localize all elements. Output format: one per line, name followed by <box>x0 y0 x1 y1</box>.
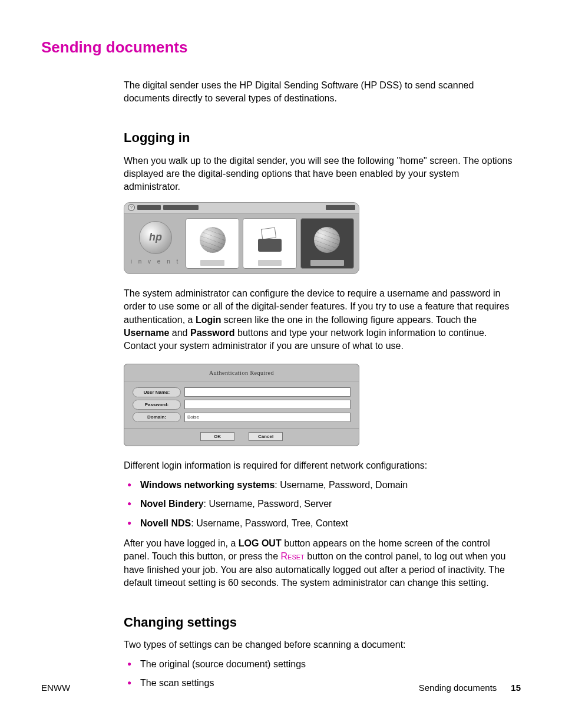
login-p2: The system administrator can configure t… <box>124 287 515 353</box>
password-field <box>184 400 351 409</box>
cancel-button: Cancel <box>249 432 283 441</box>
bullet-bold: Novel Bindery <box>140 499 204 509</box>
logout-term: LOG OUT <box>239 538 282 548</box>
list-item: The original (source document) settings <box>125 658 515 671</box>
login-row-password: Password: <box>133 400 351 410</box>
footer-section: Sending documents <box>419 683 497 693</box>
password-label: Password: <box>133 400 181 410</box>
hp-logo-circle: hp <box>139 221 172 254</box>
fax-icon <box>256 228 284 252</box>
domain-field: Boise <box>184 413 351 422</box>
domain-label: Domain: <box>133 412 181 422</box>
username-label: User Name: <box>133 387 181 397</box>
text: After you have logged in, a <box>124 538 239 548</box>
page-footer: ENWW Sending documents 15 <box>41 683 521 693</box>
username-term: Username <box>124 328 169 338</box>
home-tile-fax <box>243 218 296 269</box>
text: and <box>169 328 190 338</box>
titlebar-segment <box>137 205 161 210</box>
reset-term: Reset <box>281 551 305 561</box>
login-row-username: User Name: <box>133 387 351 397</box>
bullet-text: : Username, Password, Tree, Context <box>191 518 348 528</box>
login-p4: After you have logged in, a LOG OUT butt… <box>124 537 515 590</box>
bullet-text: : Username, Password, Server <box>204 499 332 509</box>
hp-logo-text: hp <box>149 230 162 245</box>
list-item: Novell NDS: Username, Password, Tree, Co… <box>125 517 515 530</box>
ok-button: OK <box>200 432 234 441</box>
footer-page-number: 15 <box>511 683 521 693</box>
figure-home-screen: ? hp i n v e n t <box>124 202 359 274</box>
text: screen like the one in the following fig… <box>221 315 477 325</box>
home-tile-secondary <box>300 218 354 269</box>
figure-login-dialog: Authentication Required User Name: Passw… <box>124 364 359 447</box>
list-item: Windows networking systems: Username, Pa… <box>125 479 515 492</box>
login-term: Login <box>196 315 222 325</box>
login-p1: When you walk up to the digital sender, … <box>124 154 515 194</box>
hp-logo: hp i n v e n t <box>129 218 182 269</box>
list-item: Novel Bindery: Username, Password, Serve… <box>125 498 515 510</box>
heading-changing-settings: Changing settings <box>124 614 515 632</box>
network-config-list: Windows networking systems: Username, Pa… <box>124 479 515 530</box>
home-titlebar: ? <box>124 203 359 213</box>
username-field <box>184 387 351 397</box>
home-body: hp i n v e n t <box>124 213 359 274</box>
page-title: Sending documents <box>41 38 521 57</box>
main-content: The digital sender uses the HP Digital S… <box>124 79 515 690</box>
heading-logging-in: Logging in <box>124 129 515 147</box>
tile-label <box>310 260 344 266</box>
password-term: Password <box>190 328 235 338</box>
tile-label <box>258 260 282 266</box>
titlebar-segment <box>326 205 355 210</box>
hp-invent-text: i n v e n t <box>131 258 181 266</box>
tile-label <box>200 260 224 266</box>
home-tile-email <box>186 218 239 269</box>
login-p3: Different login information is required … <box>124 459 515 472</box>
login-row-domain: Domain: Boise <box>133 412 351 422</box>
bullet-text: : Username, Password, Domain <box>275 480 408 490</box>
bullet-bold: Windows networking systems <box>140 480 275 490</box>
titlebar-segment <box>163 205 199 210</box>
settings-p1: Two types of settings can be changed bef… <box>124 638 515 651</box>
login-dialog-title: Authentication Required <box>124 368 359 381</box>
intro-paragraph: The digital sender uses the HP Digital S… <box>124 79 515 106</box>
globe-icon <box>200 227 226 253</box>
globe-icon <box>314 227 340 253</box>
bullet-bold: Novell NDS <box>140 518 191 528</box>
footer-left: ENWW <box>41 683 70 693</box>
help-icon: ? <box>128 204 135 211</box>
